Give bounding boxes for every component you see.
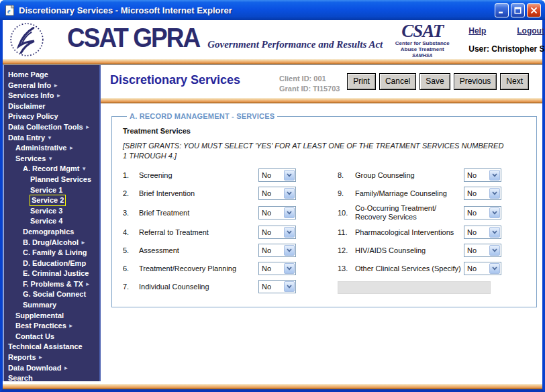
chevron-down-icon (489, 227, 500, 238)
service-number: 1. (123, 171, 139, 179)
maximize-button[interactable] (511, 3, 525, 17)
service-number: 12. (338, 246, 355, 254)
chevron-down-icon (284, 281, 295, 292)
sidebar-item[interactable]: Technical Assistance (3, 342, 99, 352)
service-number: 8. (338, 171, 355, 179)
sidebar-item[interactable]: Reports► (3, 352, 99, 363)
sidebar-item-label: Data Download (8, 363, 61, 373)
csat-logo: CSAT Center for Substance Abuse Treatmen… (383, 21, 462, 58)
sidebar-item[interactable]: General Info► (3, 81, 99, 91)
sidebar-item-label: Service 2 (30, 195, 65, 205)
hhs-eagle-logo-icon (9, 22, 44, 57)
service-label: Brief Intervention (139, 189, 258, 197)
service-select[interactable]: No (258, 187, 296, 200)
close-button[interactable] (527, 3, 541, 17)
print-button[interactable]: Print (347, 73, 376, 90)
next-button[interactable]: Next (500, 73, 529, 90)
sidebar-item[interactable]: Best Practices► (3, 321, 99, 332)
service-select[interactable]: No (464, 244, 501, 257)
brand-tagline: Government Performance and Results Act (207, 39, 383, 50)
sidebar-item[interactable]: B. Drug/Alcohol► (3, 238, 99, 248)
service-label: Individual Counseling (139, 283, 258, 291)
sidebar-item-label: Summary (23, 300, 56, 310)
service-label: Brief Treatment (139, 209, 258, 217)
sidebar-item[interactable]: Planned Services (3, 175, 99, 185)
cancel-button[interactable]: Cancel (379, 73, 416, 90)
service-select[interactable]: No (464, 262, 501, 275)
sidebar-item[interactable]: Privacy Policy (3, 111, 99, 122)
sidebar-item[interactable]: F. Problems & TX► (3, 279, 99, 290)
service-row: 2. Brief Intervention No 9. Family/Marri… (123, 186, 526, 201)
service-select[interactable]: No (464, 168, 501, 182)
sidebar-item[interactable]: Data Download► (3, 363, 99, 374)
service-select[interactable]: No (258, 206, 296, 219)
service-select[interactable]: No (464, 206, 501, 219)
logout-link[interactable]: Logout (517, 26, 544, 36)
sidebar-item[interactable]: Demographics (3, 227, 99, 238)
other-clinical-services-input[interactable] (338, 281, 491, 294)
select-value: No (262, 264, 271, 273)
sidebar-item-label: Home Page (8, 70, 48, 80)
service-select[interactable]: No (464, 226, 501, 239)
sidebar-item[interactable]: C. Family & Living (3, 248, 99, 258)
submenu-arrow-icon: ► (85, 281, 91, 287)
sidebar-item-label: Privacy Policy (8, 111, 58, 121)
sidebar-item[interactable]: Data Collection Tools► (3, 122, 99, 133)
sidebar-item[interactable]: Summary (3, 300, 99, 311)
sidebar-item[interactable]: Service 4 (3, 216, 99, 227)
sidebar-item[interactable]: D. Education/Emp (3, 258, 99, 269)
page-title: Discretionary Services (110, 73, 279, 87)
window-title: Discretionary Services - Microsoft Inter… (19, 5, 495, 15)
sidebar-item[interactable]: Supplemental (3, 311, 99, 322)
service-select[interactable]: No (258, 168, 296, 182)
chevron-down-icon (489, 263, 500, 274)
treatment-services-heading: Treatment Services (123, 127, 526, 135)
sidebar-item[interactable]: Search (3, 373, 99, 381)
sidebar-item[interactable]: Contact Us (3, 332, 99, 342)
submenu-arrow-icon: ► (68, 145, 74, 151)
sidebar-item-label: Service 4 (30, 216, 62, 226)
service-label: Co-Occurring Treatment/ Recovery Service… (355, 204, 464, 222)
service-select[interactable]: No (258, 244, 296, 257)
sidebar-item[interactable]: Disclaimer (3, 101, 99, 112)
help-link[interactable]: Help (468, 26, 486, 36)
internet-explorer-page-icon: e (4, 5, 15, 16)
sidebar-item-label: Service 1 (30, 185, 62, 195)
service-select[interactable]: No (258, 226, 296, 239)
sidebar-item[interactable]: Service 1 (3, 185, 99, 196)
page-header-row: Discretionary Services Client ID: 001 Gr… (101, 65, 542, 98)
minimize-button[interactable] (495, 3, 509, 17)
session-area: Help Logout User: Christopher Shumway (468, 26, 545, 54)
sidebar-item-label: D. Education/Emp (23, 258, 86, 268)
chevron-down-icon (489, 170, 500, 181)
sidebar-item[interactable]: Service 2 (3, 195, 99, 206)
sidebar-item[interactable]: Service 3 (3, 206, 99, 217)
csat-logo-samhsa: SAMHSA (383, 53, 462, 58)
sidebar-item-label: Contact Us (15, 332, 54, 342)
sidebar-item-label: A. Record Mgmt (23, 164, 79, 174)
service-row: 5. Assessment No 12. HIV/AIDS Counseling (123, 243, 526, 258)
select-value: No (262, 171, 271, 179)
save-button[interactable]: Save (419, 73, 450, 90)
sidebar-item[interactable]: Home Page (3, 70, 99, 81)
service-select[interactable]: No (464, 187, 501, 200)
service-row: 7. Individual Counseling No (123, 279, 526, 294)
select-value: No (262, 189, 271, 197)
previous-button[interactable]: Previous (454, 73, 497, 90)
sidebar-item[interactable]: E. Criminal Justice (3, 268, 99, 279)
sidebar-item[interactable]: A. Record Mgmt▼ (3, 164, 99, 175)
sidebar-item-label: Supplemental (15, 311, 64, 321)
service-select[interactable]: No (258, 262, 296, 275)
close-icon (530, 7, 538, 14)
sbirt-note-line1: [SBIRT GRANTS: YOU MUST SELECT 'YES' FOR… (123, 141, 526, 151)
submenu-arrow-icon: ► (63, 365, 68, 371)
sidebar-item[interactable]: Data Entry▼ (3, 133, 99, 144)
sidebar-item[interactable]: Administrative► (3, 143, 99, 154)
content-area: Discretionary Services Client ID: 001 Gr… (101, 65, 542, 381)
select-value: No (262, 246, 271, 254)
sidebar-item[interactable]: Services▼ (3, 154, 99, 164)
sidebar-item[interactable]: Services Info► (3, 91, 99, 101)
sidebar-item[interactable]: G. Social Connect (3, 289, 99, 300)
sidebar-item-label: Demographics (23, 227, 74, 237)
service-select[interactable]: No (258, 280, 296, 293)
